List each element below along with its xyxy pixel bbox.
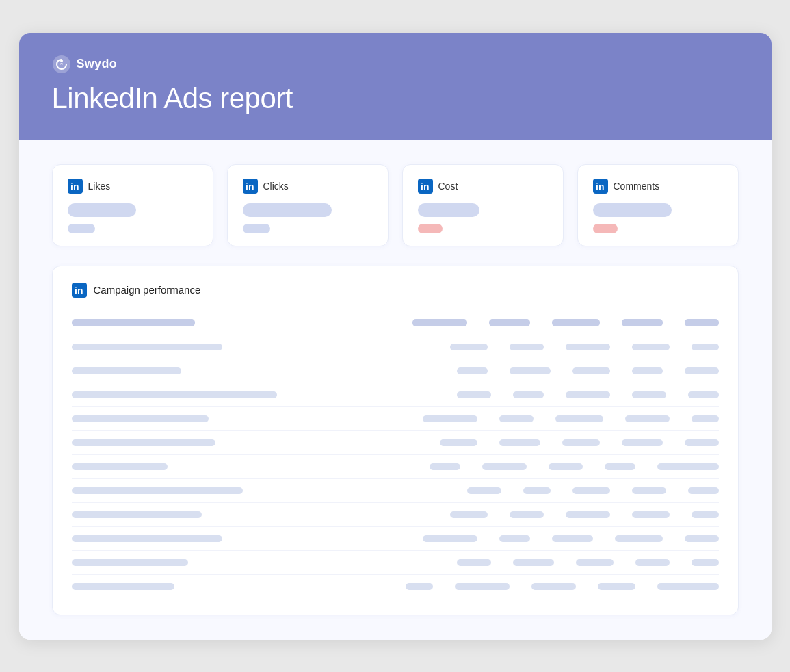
svg-text:in: in [70, 181, 79, 192]
metric-sub-bar-likes [68, 224, 95, 233]
table-row [72, 527, 719, 551]
hcol4 [622, 319, 663, 326]
metric-header-clicks: in Clicks [243, 179, 373, 194]
metric-value-bar-comments [593, 203, 672, 217]
report-container: Swydo LinkedIn Ads report in Likes [19, 33, 772, 640]
table-row [72, 335, 719, 359]
table-row [72, 551, 719, 575]
metric-header-comments: in Comments [593, 179, 723, 194]
metric-value-bar-likes [68, 203, 136, 217]
col-name-header [72, 317, 304, 329]
hcol5 [685, 319, 719, 326]
svg-text:in: in [596, 181, 604, 192]
svg-text:in: in [75, 285, 83, 296]
metric-label-clicks: Clicks [263, 181, 289, 192]
metric-label-cost: Cost [438, 181, 458, 192]
logo-text: Swydo [77, 57, 118, 71]
svg-text:in: in [246, 181, 254, 192]
swydo-logo-icon [52, 55, 71, 74]
table-header-row [72, 311, 719, 335]
table-row [72, 407, 719, 431]
metric-card-comments: in Comments [577, 164, 739, 246]
col-metrics-header [313, 319, 719, 326]
table-row [72, 455, 719, 479]
metric-header-likes: in Likes [68, 179, 198, 194]
hcol2 [489, 319, 530, 326]
header-name-bar [72, 319, 195, 326]
report-title: LinkedIn Ads report [52, 82, 739, 115]
metric-card-clicks: in Clicks [227, 164, 389, 246]
svg-text:in: in [421, 181, 429, 192]
linkedin-icon-campaign: in [72, 283, 87, 298]
table-row [72, 503, 719, 527]
campaign-table [72, 311, 719, 598]
report-header: Swydo LinkedIn Ads report [19, 33, 772, 140]
metric-card-cost: in Cost [402, 164, 564, 246]
metric-sub-bar-clicks [243, 224, 270, 233]
metric-label-comments: Comments [614, 181, 660, 192]
linkedin-icon-clicks: in [243, 179, 258, 194]
metric-value-bar-cost [418, 203, 479, 217]
linkedin-icon-comments: in [593, 179, 608, 194]
hcol1 [412, 319, 467, 326]
metric-value-bar-clicks [243, 203, 332, 217]
metric-label-likes: Likes [88, 181, 111, 192]
table-row [72, 383, 719, 407]
campaign-header: in Campaign performance [72, 283, 719, 298]
table-row [72, 575, 719, 598]
table-row [72, 479, 719, 503]
metric-card-likes: in Likes [52, 164, 213, 246]
metrics-row: in Likes in Clicks [52, 164, 739, 246]
svg-point-1 [60, 60, 63, 62]
svg-point-0 [53, 55, 70, 73]
table-row [72, 359, 719, 383]
campaign-card: in Campaign performance [52, 266, 739, 615]
report-body: in Likes in Clicks [19, 140, 772, 640]
linkedin-icon-likes: in [68, 179, 83, 194]
campaign-title: Campaign performance [94, 284, 201, 296]
table-row [72, 431, 719, 455]
metric-sub-bar-cost [418, 224, 443, 233]
linkedin-icon-cost: in [418, 179, 433, 194]
metric-sub-bar-comments [593, 224, 618, 233]
hcol3 [552, 319, 600, 326]
logo-area: Swydo [52, 55, 739, 74]
metric-header-cost: in Cost [418, 179, 548, 194]
